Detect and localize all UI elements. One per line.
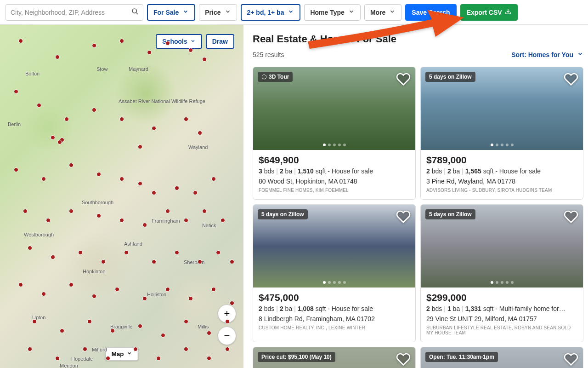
listing-card[interactable]: Open: Tue. 11:30am-1pm (420, 347, 583, 368)
export-csv-button[interactable]: Export CSV (460, 4, 518, 21)
listing-image[interactable]: 3D Tour (253, 67, 415, 150)
favorite-heart-icon[interactable] (564, 352, 578, 367)
map-marker[interactable] (119, 177, 124, 181)
map-marker[interactable] (216, 250, 220, 255)
map-marker[interactable] (175, 250, 179, 255)
map-marker[interactable] (106, 356, 110, 361)
favorite-heart-icon[interactable] (564, 209, 578, 224)
map-marker[interactable] (152, 259, 156, 264)
favorite-heart-icon[interactable] (396, 209, 411, 224)
map-marker[interactable] (225, 347, 230, 351)
listing-image[interactable]: 5 days on Zillow (421, 205, 583, 288)
map-marker[interactable] (165, 287, 170, 292)
search-input[interactable] (6, 4, 143, 21)
listing-card[interactable]: 5 days on Zillow$475,0002 bds|2 ba|1,008… (253, 204, 416, 342)
filter-price[interactable]: Price (199, 4, 237, 21)
map-marker[interactable] (152, 126, 156, 131)
map-marker[interactable] (202, 57, 207, 62)
map-marker[interactable] (193, 190, 198, 195)
map-marker[interactable] (207, 356, 211, 361)
map-marker[interactable] (51, 135, 55, 140)
map-marker[interactable] (110, 328, 115, 333)
listing-image[interactable]: 5 days on Zillow (253, 205, 415, 288)
draw-button[interactable]: Draw (206, 34, 234, 49)
filter-more[interactable]: More (364, 4, 401, 21)
map-marker[interactable] (230, 301, 234, 305)
map-marker[interactable] (92, 108, 96, 112)
sort-dropdown[interactable]: Sort: Homes for You (511, 51, 583, 58)
map-marker[interactable] (55, 55, 60, 59)
map-marker[interactable] (188, 48, 193, 52)
map-marker[interactable] (184, 117, 188, 121)
listing-card[interactable]: Price cut: $95,100 (May 10) (253, 347, 416, 368)
favorite-heart-icon[interactable] (396, 352, 411, 367)
map-marker[interactable] (69, 282, 74, 287)
save-search-button[interactable]: Save Search (405, 4, 456, 21)
search-icon[interactable] (131, 8, 139, 17)
map-marker[interactable] (211, 287, 216, 292)
map-marker[interactable] (55, 356, 60, 361)
listing-image[interactable]: Open: Tue. 11:30am-1pm (421, 347, 583, 368)
map-marker[interactable] (198, 259, 202, 264)
map-marker[interactable] (23, 209, 28, 213)
map-marker[interactable] (115, 287, 119, 292)
zoom-out-button[interactable]: − (218, 327, 236, 345)
map-marker[interactable] (184, 347, 188, 351)
map-marker[interactable] (161, 333, 165, 338)
map-marker[interactable] (69, 163, 74, 167)
map-marker[interactable] (211, 177, 216, 181)
map-marker[interactable] (96, 172, 101, 177)
map-marker[interactable] (101, 259, 106, 264)
listing-card[interactable]: 3D Tour$649,9003 bds|2 ba|1,510 sqft - H… (253, 67, 416, 200)
map-marker[interactable] (230, 259, 234, 264)
map-marker[interactable] (87, 319, 92, 324)
map-marker[interactable] (96, 213, 101, 218)
map-marker[interactable] (175, 186, 179, 190)
filter-home-type[interactable]: Home Type (304, 4, 360, 21)
map-marker[interactable] (124, 250, 129, 255)
map-marker[interactable] (119, 39, 124, 43)
map-marker[interactable] (28, 347, 32, 351)
map[interactable]: Schools Draw + − Map BoltonStowMaynardAs… (0, 25, 243, 368)
map-marker[interactable] (92, 43, 96, 48)
map-marker[interactable] (69, 209, 74, 213)
map-marker[interactable] (119, 218, 124, 223)
listing-image[interactable]: 5 days on Zillow (421, 67, 583, 150)
map-marker[interactable] (64, 117, 69, 121)
map-marker[interactable] (220, 218, 225, 223)
map-marker[interactable] (78, 250, 83, 255)
listing-card[interactable]: 5 days on Zillow$299,0002 bds|1 ba|1,331… (420, 204, 583, 342)
map-marker[interactable] (32, 319, 37, 324)
map-marker[interactable] (41, 292, 46, 296)
map-marker[interactable] (165, 41, 170, 46)
map-marker[interactable] (60, 328, 64, 333)
map-marker[interactable] (152, 190, 156, 195)
map-marker[interactable] (46, 218, 51, 223)
filter-beds-baths[interactable]: 2+ bd, 1+ ba (241, 4, 301, 21)
map-marker[interactable] (184, 319, 188, 324)
map-marker[interactable] (83, 347, 87, 351)
map-marker[interactable] (225, 319, 230, 324)
map-marker[interactable] (188, 296, 193, 301)
map-marker[interactable] (119, 117, 124, 121)
map-marker[interactable] (138, 144, 142, 149)
favorite-heart-icon[interactable] (564, 72, 578, 86)
map-marker[interactable] (57, 140, 62, 144)
map-marker[interactable] (138, 181, 142, 186)
map-marker[interactable] (142, 223, 147, 227)
map-marker[interactable] (51, 255, 55, 259)
map-marker[interactable] (202, 209, 207, 213)
map-marker[interactable] (142, 296, 147, 301)
map-marker[interactable] (14, 167, 18, 172)
map-marker[interactable] (147, 50, 152, 55)
schools-button[interactable]: Schools (156, 34, 202, 49)
favorite-heart-icon[interactable] (396, 72, 411, 86)
listing-card[interactable]: 5 days on Zillow$789,0002 bds|2 ba|1,565… (420, 67, 583, 200)
map-marker[interactable] (184, 218, 188, 223)
map-marker[interactable] (14, 89, 18, 94)
map-marker[interactable] (41, 177, 46, 181)
map-marker[interactable] (37, 103, 41, 108)
map-marker[interactable] (138, 324, 142, 328)
map-marker[interactable] (18, 39, 23, 43)
map-marker[interactable] (156, 356, 161, 361)
